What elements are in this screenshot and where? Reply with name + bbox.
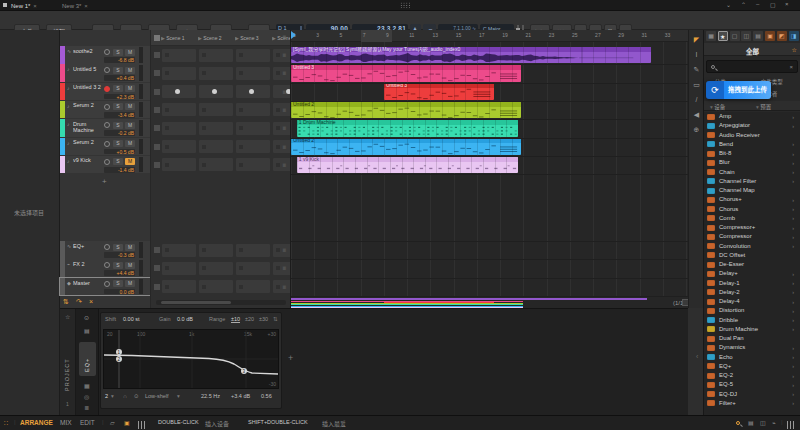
clip-stop-button[interactable] [154,247,160,253]
close-icon[interactable]: × [785,1,789,7]
browser-tab-presets[interactable]: ◫ [741,31,751,41]
add-device-button[interactable]: + [288,353,293,363]
chevron-right-icon[interactable]: › [792,280,794,286]
scene-header[interactable]: ▶ Scene 3 [235,30,271,46]
device-row[interactable]: Delay-1› [704,279,798,288]
device-row[interactable]: Delay+› [704,269,798,278]
scene-stop-icon[interactable]: ≣ [282,162,286,168]
scene-stop-icon[interactable]: ≣ [282,265,286,271]
volume-value[interactable]: -0.2 dB [104,130,135,136]
solo-button[interactable]: S [113,244,123,251]
clip-slot[interactable] [199,140,233,153]
meter-icon[interactable] [787,421,795,430]
device-row[interactable]: Echo› [704,353,798,362]
band-q[interactable]: 0.56 [261,393,272,399]
pin-window-icon[interactable]: ⌄ [726,1,731,8]
device-row[interactable]: EQ-DJ› [704,390,798,399]
track-header[interactable]: ♪Serum 2SM+0.5 dB [60,138,150,156]
arranger-clip[interactable]: Untitled 3 [291,65,521,82]
chevron-right-icon[interactable]: › [792,289,794,295]
column-devices[interactable]: ▾ 设备 [710,103,725,111]
ab-compare-icon[interactable]: ⇅ [273,316,278,322]
clip-slot[interactable] [199,103,233,116]
clip-slot[interactable] [236,49,270,62]
shift-value[interactable]: 0.00 st [123,316,140,322]
volume-value[interactable]: +0.5 dB [104,149,135,155]
device-power-icon[interactable]: ⊙ [84,314,89,321]
arranger-clip[interactable]: Untitled 3 [384,83,494,100]
clip-slot[interactable] [162,244,196,257]
stop-all-button[interactable] [154,35,160,41]
mute-button[interactable]: M [125,49,135,56]
device-row[interactable]: Filter+› [704,399,798,408]
clip-slot[interactable] [162,158,196,171]
clip-slot[interactable] [162,67,196,80]
device-row[interactable]: EQ+› [704,362,798,371]
device-row[interactable]: Compressor+› [704,223,798,232]
follow-icon[interactable]: ↷ [76,298,82,306]
time-select-tool-icon[interactable]: I [691,49,702,60]
chevron-right-icon[interactable]: › [792,400,794,406]
range-20[interactable]: ±20 [245,316,254,322]
clip-slot[interactable] [162,85,196,98]
solo-button[interactable]: S [113,85,123,92]
scene-stop-icon[interactable]: ≣ [282,247,286,253]
device-row[interactable]: Dynamics› [704,343,798,352]
band-selector[interactable]: 2 [105,393,108,399]
sort-tracks-icon[interactable]: ⇅ [63,298,69,306]
clip-slot[interactable] [162,49,196,62]
mute-button[interactable]: M [125,122,135,129]
solo-button[interactable]: S [113,158,123,165]
arm-button[interactable] [104,141,110,147]
scene-header[interactable]: ▶ Scene 1 [161,30,197,46]
clip-slot[interactable] [162,280,196,293]
volume-value[interactable]: -3.4 dB [104,112,135,118]
range-10[interactable]: ±10 [231,316,240,323]
panel-handle-icon[interactable]: ∷ [4,419,8,426]
arm-button[interactable] [104,86,110,92]
clear-search-icon[interactable]: × [789,64,793,70]
track-header[interactable]: ∿soothe2SM-6.8 dB [60,46,150,64]
zoom-tool-icon[interactable]: ⊕ [691,124,702,135]
volume-value[interactable]: 0.0 dB [104,289,135,295]
device-row[interactable]: DC Offset [704,251,798,260]
clip-slot[interactable] [199,262,233,275]
project-tab-inactive[interactable]: New 3* × [62,1,88,10]
arm-button[interactable] [104,67,110,73]
clip-stop-button[interactable] [154,265,160,271]
clip-stop-button[interactable] [154,52,160,58]
clip-launcher-toggle-icon[interactable]: ▣ [124,419,130,426]
scene-stop-icon[interactable]: ≣ [282,52,286,58]
solo-button[interactable]: S [113,49,123,56]
device-row[interactable]: Convolution› [704,242,798,251]
stop-all-scenes-icon[interactable]: ≣ [282,34,286,40]
minimize-icon[interactable]: – [756,1,759,7]
arranger-overview-bar[interactable] [291,297,688,308]
clip-slot[interactable] [236,67,270,80]
arm-button[interactable] [104,49,110,55]
close-tab-icon[interactable]: × [33,3,37,9]
browser-tab-cloud[interactable]: ◨ [789,31,799,41]
track-header[interactable]: ♪Serum 2SM-3.4 dB [60,101,150,119]
favorite-star-icon[interactable]: ☆ [792,46,797,53]
clear-icon[interactable]: × [89,298,93,305]
expand-view-icon[interactable]: ▱ [110,419,115,426]
band-listen-icon[interactable]: ∩ [123,393,127,399]
mute-button[interactable]: M [125,103,135,110]
clip-slot[interactable] [236,85,270,98]
track-header[interactable]: ∿EQ+SM-0.3 dB [60,241,150,259]
track-name[interactable]: Serum 2 [73,102,103,108]
chevron-right-icon[interactable]: › [792,160,794,166]
view-edit[interactable]: EDIT [80,419,95,426]
device-row[interactable]: Bend› [704,140,798,149]
arranger-clip[interactable]: Untitled 2 [291,102,521,119]
browser-tab-grid[interactable]: ▦ [706,31,716,41]
knife-tool-icon[interactable]: / [691,94,702,105]
volume-value[interactable]: -6.8 dB [104,57,135,63]
mute-button[interactable]: M [125,262,135,269]
chain-menu-icon[interactable]: ≣ [84,404,89,411]
clip-slot[interactable] [199,122,233,135]
chevron-right-icon[interactable]: › [792,197,794,203]
audition-tool-icon[interactable]: ◀ [691,109,702,120]
mute-button[interactable]: M [125,85,135,92]
